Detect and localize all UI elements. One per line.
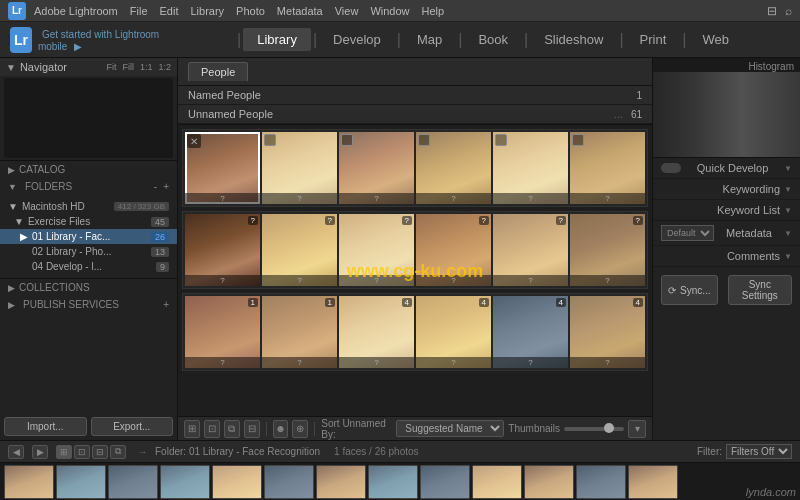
nav-prev-btn[interactable]: ◀ — [8, 445, 24, 459]
mobile-arrow[interactable]: ▶ — [74, 41, 82, 52]
photo-cell-13[interactable]: 1 ? — [185, 296, 260, 368]
menu-help[interactable]: Help — [422, 5, 445, 17]
filter-icon[interactable]: ▾ — [628, 420, 646, 438]
people-view-btn[interactable]: ☻ — [273, 420, 289, 438]
thumbnail-size-slider[interactable] — [564, 427, 624, 431]
grid-view-btn[interactable]: ⊞ — [184, 420, 200, 438]
menu-library[interactable]: Library — [190, 5, 224, 17]
compare-view-btn[interactable]: ⊟ — [244, 420, 260, 438]
sync-button[interactable]: ⟳ Sync... — [661, 275, 718, 305]
folders-minus[interactable]: - — [154, 181, 157, 192]
sort-dropdown[interactable]: Suggested Name Name Count — [396, 420, 504, 437]
tab-slideshow[interactable]: Slideshow — [530, 28, 617, 51]
film-thumb-2[interactable] — [56, 465, 106, 499]
photo-check-5[interactable] — [495, 134, 507, 146]
camera-btn[interactable]: ⊕ — [292, 420, 308, 438]
photo-cell-4[interactable]: ? — [416, 132, 491, 204]
menu-metadata[interactable]: Metadata — [277, 5, 323, 17]
photo-cell-1[interactable]: ✕ ? — [185, 132, 260, 204]
named-people-row[interactable]: Named People 1 — [178, 86, 652, 105]
photo-cell-3[interactable]: ? — [339, 132, 414, 204]
menu-view[interactable]: View — [335, 5, 359, 17]
photo-cell-9[interactable]: ? ? — [339, 214, 414, 286]
film-thumb-11[interactable] — [524, 465, 574, 499]
catalog-section[interactable]: ▶ Catalog — [0, 161, 177, 178]
tab-map[interactable]: Map — [403, 28, 456, 51]
film-thumb-13[interactable] — [628, 465, 678, 499]
tab-library[interactable]: Library — [243, 28, 311, 51]
film-thumb-10[interactable] — [472, 465, 522, 499]
tab-develop[interactable]: Develop — [319, 28, 395, 51]
menu-bar[interactable]: Adobe Lightroom File Edit Library Photo … — [34, 5, 767, 17]
photo-check-6[interactable] — [572, 134, 584, 146]
metadata-panel[interactable]: Default Metadata ▼ — [653, 221, 800, 246]
import-button[interactable]: Import... — [4, 417, 87, 436]
photo-cell-14[interactable]: 1 ? — [262, 296, 337, 368]
nav-1-1[interactable]: 1:1 — [140, 62, 153, 72]
menu-window[interactable]: Window — [370, 5, 409, 17]
keywording-panel[interactable]: Keywording ▼ — [653, 179, 800, 200]
nav-fill[interactable]: Fill — [122, 62, 134, 72]
people-tab[interactable]: People — [188, 62, 248, 81]
tab-web[interactable]: Web — [688, 28, 743, 51]
photo-cell-18[interactable]: 4 ? — [570, 296, 645, 368]
folder-04-develop[interactable]: ▶ 04 Develop - l... 9 — [0, 259, 177, 274]
folder-02-library[interactable]: ▶ 02 Library - Pho... 13 — [0, 244, 177, 259]
photo-cell-5[interactable]: ? — [493, 132, 568, 204]
tab-book[interactable]: Book — [464, 28, 522, 51]
menu-lightroom[interactable]: Adobe Lightroom — [34, 5, 118, 17]
search-icon[interactable]: ⌕ — [785, 4, 792, 18]
filter-dropdown[interactable]: Filters Off Flagged Rated — [726, 444, 792, 459]
menu-photo[interactable]: Photo — [236, 5, 265, 17]
keyword-list-panel[interactable]: Keyword List ▼ — [653, 200, 800, 221]
folders-plus[interactable]: + — [163, 181, 169, 192]
sync-settings-button[interactable]: Sync Settings — [728, 275, 792, 305]
export-button[interactable]: Export... — [91, 417, 174, 436]
navigator-header[interactable]: ▼ Navigator Fit Fill 1:1 1:2 — [0, 58, 177, 76]
photo-cell-10[interactable]: ? ? — [416, 214, 491, 286]
nav-fit[interactable]: Fit — [106, 62, 116, 72]
photo-cell-7[interactable]: ? ? — [185, 214, 260, 286]
compare-view-icon[interactable]: ⊟ — [92, 445, 108, 459]
photo-grid[interactable]: www.cg-ku.com ✕ ? ? — [178, 125, 652, 416]
photo-check-4[interactable] — [418, 134, 430, 146]
loupe-view-icon[interactable]: ⊡ — [74, 445, 90, 459]
collections-section[interactable]: ▶ Collections — [0, 279, 177, 296]
photo-cell-17[interactable]: 4 ? — [493, 296, 568, 368]
menu-edit[interactable]: Edit — [160, 5, 179, 17]
survey-view-btn[interactable]: ⧉ — [224, 420, 240, 438]
publish-plus[interactable]: + — [163, 299, 169, 310]
nav-1-2[interactable]: 1:2 — [158, 62, 171, 72]
photo-check-3[interactable] — [341, 134, 353, 146]
photo-cell-16[interactable]: 4 ? — [416, 296, 491, 368]
survey-view-icon[interactable]: ⧉ — [110, 445, 126, 459]
photo-cell-12[interactable]: ? ? — [570, 214, 645, 286]
tab-print[interactable]: Print — [626, 28, 681, 51]
film-thumb-12[interactable] — [576, 465, 626, 499]
reject-icon-1[interactable]: ✕ — [187, 134, 201, 148]
publish-services-section[interactable]: ▶ Publish Services + — [0, 296, 177, 313]
folders-header[interactable]: ▼ Folders - + — [0, 178, 177, 195]
film-thumb-4[interactable] — [160, 465, 210, 499]
photo-cell-11[interactable]: ? ? — [493, 214, 568, 286]
photo-cell-15[interactable]: 4 ? — [339, 296, 414, 368]
loupe-view-btn[interactable]: ⊡ — [204, 420, 220, 438]
slider-handle[interactable] — [604, 423, 614, 433]
grid-view-icon[interactable]: ⊞ — [56, 445, 72, 459]
comments-panel[interactable]: Comments ▼ — [653, 246, 800, 267]
photo-cell-6[interactable]: ? — [570, 132, 645, 204]
film-thumb-5[interactable] — [212, 465, 262, 499]
film-thumb-1[interactable] — [4, 465, 54, 499]
folder-01-library[interactable]: ▶ 01 Library - Fac... 26 — [0, 229, 177, 244]
film-thumb-9[interactable] — [420, 465, 470, 499]
unnamed-people-row[interactable]: Unnamed People ... 61 — [178, 105, 652, 124]
film-thumb-7[interactable] — [316, 465, 366, 499]
photo-cell-8[interactable]: ? ? — [262, 214, 337, 286]
film-thumb-6[interactable] — [264, 465, 314, 499]
mobile-promo[interactable]: Get started with Lightroom mobile ▶ — [38, 28, 180, 52]
film-thumb-3[interactable] — [108, 465, 158, 499]
menu-file[interactable]: File — [130, 5, 148, 17]
film-thumb-8[interactable] — [368, 465, 418, 499]
folder-macintosh-hd[interactable]: ▼ Macintosh HD 412 / 323 GB — [0, 199, 177, 214]
metadata-dropdown[interactable]: Default — [661, 225, 714, 241]
